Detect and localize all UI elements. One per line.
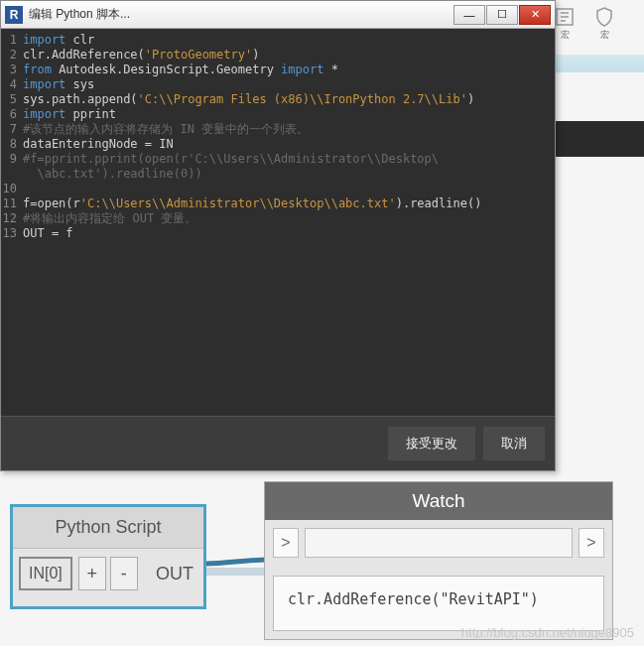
code-editor[interactable]: 1import clr2clr.AddReference('ProtoGeome… (1, 29, 555, 416)
window-title: 编辑 Python 脚本... (29, 6, 452, 23)
output-port[interactable]: OUT (156, 564, 197, 584)
line-number: 7 (1, 122, 23, 137)
watch-value: clr.AddReference("RevitAPI") (273, 576, 604, 631)
code-line[interactable]: 4import sys (1, 77, 555, 92)
line-number: 5 (1, 92, 23, 107)
line-code[interactable]: OUT = f (23, 226, 73, 241)
line-number: 2 (1, 48, 23, 63)
code-line[interactable]: \abc.txt').readline(0)) (1, 167, 555, 182)
minimize-button[interactable]: — (453, 5, 485, 25)
code-line[interactable]: 6import pprint (1, 107, 555, 122)
cancel-button[interactable]: 取消 (483, 427, 545, 460)
line-number: 10 (1, 182, 23, 196)
line-number: 8 (1, 137, 23, 152)
python-editor-window: R 编辑 Python 脚本... — ☐ ✕ 1import clr2clr.… (0, 0, 556, 471)
output-port-chevron[interactable]: > (579, 528, 604, 558)
code-line[interactable]: 12#将输出内容指定给 OUT 变量。 (1, 211, 555, 226)
line-code[interactable]: from Autodesk.DesignScript.Geometry impo… (23, 63, 338, 77)
code-line[interactable]: 2clr.AddReference('ProtoGeometry') (1, 48, 555, 63)
line-code[interactable]: clr.AddReference('ProtoGeometry') (23, 48, 259, 63)
line-code[interactable]: #该节点的输入内容将存储为 IN 变量中的一个列表。 (23, 122, 309, 137)
line-number: 9 (1, 152, 23, 167)
editor-footer: 接受更改 取消 (1, 416, 555, 470)
titlebar[interactable]: R 编辑 Python 脚本... — ☐ ✕ (1, 1, 555, 29)
line-number (1, 167, 23, 182)
line-code[interactable]: \abc.txt').readline(0)) (23, 167, 202, 182)
code-line[interactable]: 8dataEnteringNode = IN (1, 137, 555, 152)
line-number: 12 (1, 211, 23, 226)
line-code[interactable]: import sys (23, 77, 94, 92)
code-line[interactable]: 11f=open(r'C:\\Users\\Administrator\\Des… (1, 196, 555, 211)
watch-input-field (305, 528, 573, 558)
line-number: 4 (1, 77, 23, 92)
add-input-button[interactable]: + (78, 557, 106, 590)
line-number: 3 (1, 63, 23, 77)
input-port[interactable]: IN[0] (19, 557, 72, 590)
security-icon: 宏 (589, 5, 619, 45)
code-line[interactable]: 9#f=pprint.pprint(open(r'C:\\Users\\Admi… (1, 152, 555, 167)
code-line[interactable]: 13OUT = f (1, 226, 555, 241)
line-code[interactable]: import pprint (23, 107, 116, 122)
watermark: http://blog.csdn.net/niuge8905 (461, 625, 634, 640)
node-title: Python Script (13, 507, 203, 549)
line-number: 13 (1, 226, 23, 241)
code-line[interactable]: 10 (1, 182, 555, 196)
remove-input-button[interactable]: - (110, 557, 138, 590)
input-port-chevron[interactable]: > (273, 528, 299, 558)
line-code[interactable]: dataEnteringNode = IN (23, 137, 174, 152)
code-line[interactable]: 1import clr (1, 33, 555, 48)
close-button[interactable]: ✕ (519, 5, 551, 25)
maximize-button[interactable]: ☐ (486, 5, 518, 25)
line-code[interactable]: sys.path.append('C:\\Program Files (x86)… (23, 92, 474, 107)
line-number: 1 (1, 33, 23, 48)
line-number: 6 (1, 107, 23, 122)
line-number: 11 (1, 196, 23, 211)
python-script-node[interactable]: Python Script IN[0] + - OUT (10, 504, 206, 609)
watch-node[interactable]: Watch > > clr.AddReference("RevitAPI") (264, 481, 613, 640)
accept-button[interactable]: 接受更改 (388, 427, 475, 460)
line-code[interactable]: f=open(r'C:\\Users\\Administrator\\Deskt… (23, 196, 481, 211)
ribbon-label: 宏 (561, 29, 570, 42)
ribbon-label: 宏 (600, 29, 609, 42)
line-code[interactable]: import clr (23, 33, 94, 48)
dark-bar (556, 121, 644, 157)
line-code[interactable]: #f=pprint.pprint(open(r'C:\\Users\\Admin… (23, 152, 439, 167)
node-title: Watch (265, 482, 612, 520)
code-line[interactable]: 7#该节点的输入内容将存储为 IN 变量中的一个列表。 (1, 122, 555, 137)
code-line[interactable]: 3from Autodesk.DesignScript.Geometry imp… (1, 63, 555, 77)
code-line[interactable]: 5sys.path.append('C:\\Program Files (x86… (1, 92, 555, 107)
connection-wire (206, 554, 268, 593)
app-icon: R (5, 6, 23, 24)
line-code[interactable]: #将输出内容指定给 OUT 变量。 (23, 211, 196, 226)
